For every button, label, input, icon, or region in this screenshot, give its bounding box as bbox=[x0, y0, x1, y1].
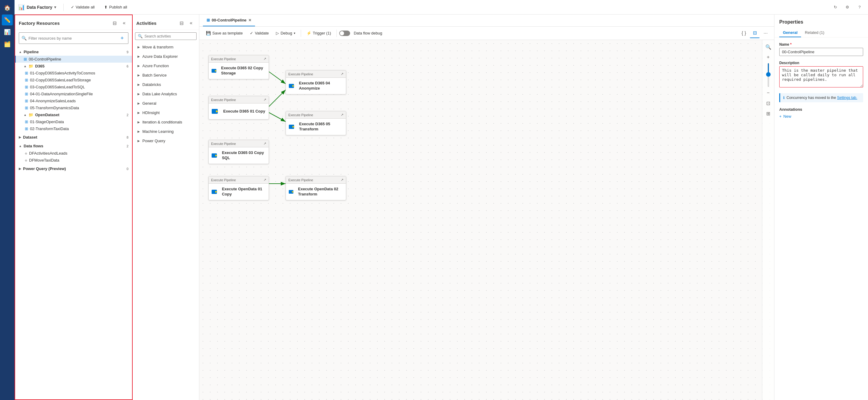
debug-chevron[interactable]: ▾ bbox=[294, 31, 295, 35]
prop-tab-general[interactable]: General bbox=[779, 28, 801, 37]
pipeline-canvas[interactable]: Execute Pipeline ↗ Execute D365 02 Copy … bbox=[199, 40, 774, 400]
powerquery-section-header[interactable]: ▶ Power Query (Preview) 0 bbox=[15, 165, 132, 172]
fit-view-btn[interactable]: ⊡ bbox=[764, 99, 773, 108]
pipeline-item-control[interactable]: ⊞ 00-ControlPipeline bbox=[15, 56, 132, 63]
activity-azure-explorer[interactable]: ▶ Azure Data Explorer bbox=[133, 52, 199, 61]
refresh-btn[interactable]: ↻ bbox=[831, 2, 840, 12]
canvas-view-btn[interactable]: ⊟ bbox=[750, 28, 760, 38]
pipeline-item-01[interactable]: ⊞ 01-CopyD365SalesActivityToCosmos bbox=[21, 70, 132, 76]
prop-tab-related[interactable]: Related (1) bbox=[801, 28, 828, 37]
activity-azure-function[interactable]: ▶ Azure Function bbox=[133, 61, 199, 70]
save-template-btn[interactable]: 💾 Save as template bbox=[203, 29, 246, 37]
activity-move-transform[interactable]: ▶ Move & transform bbox=[133, 42, 199, 52]
d365-folder-header[interactable]: ▲ 📁 D365 6 bbox=[15, 63, 132, 70]
nav-monitor[interactable]: 📊 bbox=[2, 27, 13, 37]
activity-hdinsight[interactable]: ▶ HDInsight bbox=[133, 108, 199, 118]
nav-home[interactable]: 🏠 bbox=[2, 2, 13, 13]
pipeline-item-stage[interactable]: ⊞ 01-StageOpenData bbox=[21, 118, 132, 125]
pipeline-label: Pipeline bbox=[24, 49, 39, 54]
pipeline-section-header[interactable]: ▲ Pipeline 9 bbox=[15, 48, 132, 56]
new-annotation-btn[interactable]: + New bbox=[779, 114, 863, 119]
nav-manage[interactable]: 🗂️ bbox=[2, 39, 13, 49]
node-header: Execute Pipeline ↗ bbox=[286, 111, 346, 119]
node-exec-opendata-02[interactable]: Execute Pipeline ↗ Execute OpenData 02 T… bbox=[286, 176, 346, 200]
dataset-section: ▶ Dataset 8 bbox=[15, 133, 132, 142]
activity-powerquery[interactable]: ▶ Power Query bbox=[133, 136, 199, 145]
trigger-icon: ⚡ bbox=[307, 31, 311, 35]
node-exec-opendata-01[interactable]: Execute Pipeline ↗ Execute OpenData 01 C… bbox=[208, 176, 269, 200]
node-label: Execute OpenData 01 Copy bbox=[222, 187, 266, 197]
node-header-label: Execute Pipeline bbox=[211, 178, 236, 182]
activities-collapse-panel-btn[interactable]: « bbox=[187, 19, 195, 27]
dataset-count: 8 bbox=[127, 136, 128, 139]
external-link-icon[interactable]: ↗ bbox=[341, 72, 343, 76]
collapse-panel-btn[interactable]: « bbox=[120, 19, 128, 27]
zoom-in-btn[interactable]: + bbox=[764, 53, 773, 62]
validate-all-btn[interactable]: ✓ Validate all bbox=[68, 4, 97, 10]
collapse-all-btn[interactable]: ⊟ bbox=[110, 19, 119, 27]
resource-search-input[interactable] bbox=[28, 36, 117, 40]
activities-collapse-btn[interactable]: ⊟ bbox=[177, 19, 186, 27]
activities-search-input[interactable] bbox=[145, 34, 194, 38]
pipeline-item-05[interactable]: ⊞ 05-TransformDynamicsData bbox=[21, 104, 132, 111]
nav-author[interactable]: ✏️ bbox=[2, 14, 13, 25]
act-chevron: ▶ bbox=[137, 102, 140, 105]
pipeline-icon: ⊞ bbox=[25, 85, 28, 89]
node-exec-d365-05[interactable]: Execute Pipeline ↗ Execute D365 05 Trans… bbox=[286, 111, 346, 135]
pipeline-tab-control[interactable]: ⊞ 00-ControlPipeline ✕ bbox=[203, 14, 255, 26]
publish-all-btn[interactable]: ⬆ Publish all bbox=[102, 4, 129, 10]
pipeline-item-03[interactable]: ⊞ 03-CopyD365SalesLeadToSQL bbox=[21, 84, 132, 91]
execute-pipeline-icon bbox=[288, 187, 296, 197]
search-canvas-btn[interactable]: 🔍 bbox=[764, 42, 773, 52]
validate-btn[interactable]: ✓ Validate bbox=[247, 29, 272, 37]
pipeline-item-04[interactable]: ⊞ 04-AnonymizeSalesLeads bbox=[21, 97, 132, 104]
settings-btn[interactable]: ⚙ bbox=[842, 2, 852, 12]
external-link-icon[interactable]: ↗ bbox=[341, 113, 343, 117]
zoom-out-btn[interactable]: − bbox=[764, 88, 773, 97]
data-flow-debug-toggle[interactable] bbox=[339, 31, 350, 36]
title-chevron[interactable]: ▾ bbox=[54, 5, 56, 9]
dataflow-item-2[interactable]: ⟐ DFMoveTaxiData bbox=[21, 157, 132, 164]
external-link-icon[interactable]: ↗ bbox=[341, 178, 343, 182]
pipeline-item-04-01[interactable]: ⊞ 04-01-DataAnonymizationSingleFile bbox=[21, 91, 132, 97]
settings-tab-link[interactable]: Settings tab. bbox=[837, 96, 858, 100]
description-label: Description bbox=[779, 61, 863, 65]
activity-databricks[interactable]: ▶ Databricks bbox=[133, 80, 199, 89]
svg-line-2 bbox=[269, 90, 286, 106]
activity-iteration[interactable]: ▶ Iteration & conditionals bbox=[133, 118, 199, 127]
name-field: Name * bbox=[779, 42, 863, 56]
pipeline-item-taxi[interactable]: ⊞ 02-TransformTaxiData bbox=[21, 125, 132, 132]
tab-close-btn[interactable]: ✕ bbox=[248, 18, 251, 22]
resources-actions: ⊟ « bbox=[110, 19, 128, 27]
activity-general[interactable]: ▶ General bbox=[133, 99, 199, 108]
help-btn[interactable]: ? bbox=[855, 2, 864, 12]
debug-btn[interactable]: ▷ Debug ▾ bbox=[273, 29, 298, 37]
external-link-icon[interactable]: ↗ bbox=[264, 98, 266, 102]
activity-ml[interactable]: ▶ Machine Learning bbox=[133, 127, 199, 136]
external-link-icon[interactable]: ↗ bbox=[264, 178, 266, 182]
dataflows-section-header[interactable]: ▲ Data flows 2 bbox=[15, 142, 132, 150]
more-options-btn[interactable]: ··· bbox=[761, 28, 771, 38]
code-view-btn[interactable]: { } bbox=[739, 28, 749, 38]
node-exec-d365-03[interactable]: Execute Pipeline ↗ Execute D365 03 Copy … bbox=[208, 140, 269, 164]
d365-chevron: ▲ bbox=[24, 64, 27, 68]
name-input[interactable] bbox=[779, 48, 863, 56]
activity-datalake[interactable]: ▶ Data Lake Analytics bbox=[133, 89, 199, 99]
arrange-btn[interactable]: ⊞ bbox=[764, 109, 773, 118]
description-textarea[interactable]: This is the master pipeline that will be… bbox=[779, 66, 863, 88]
opendata-folder-header[interactable]: ▲ 📁 OpenDataset 2 bbox=[15, 111, 132, 118]
node-exec-d365-01[interactable]: Execute Pipeline ↗ Execute D365 01 Copy bbox=[208, 96, 269, 120]
add-resource-btn[interactable]: + bbox=[118, 34, 126, 42]
node-exec-d365-04[interactable]: Execute Pipeline ↗ Execute D365 04 Anony… bbox=[286, 70, 346, 94]
external-link-icon[interactable]: ↗ bbox=[264, 142, 266, 145]
pipeline-item-02[interactable]: ⊞ 02-CopyD365SalesLeadToStorage bbox=[21, 76, 132, 84]
node-exec-d365-02[interactable]: Execute Pipeline ↗ Execute D365 02 Copy … bbox=[208, 55, 269, 79]
zoom-slider[interactable] bbox=[768, 63, 769, 87]
dataflows-chevron: ▲ bbox=[19, 144, 22, 148]
dataflow-item-1[interactable]: ⟐ DFActivitiesAndLeads bbox=[21, 150, 132, 157]
concurrency-info: ℹ Concurrency has moved to the Settings … bbox=[779, 93, 863, 102]
dataset-section-header[interactable]: ▶ Dataset 8 bbox=[15, 133, 132, 141]
external-link-icon[interactable]: ↗ bbox=[264, 57, 266, 61]
activity-batch[interactable]: ▶ Batch Service bbox=[133, 70, 199, 80]
trigger-btn[interactable]: ⚡ Trigger (1) bbox=[304, 29, 334, 37]
